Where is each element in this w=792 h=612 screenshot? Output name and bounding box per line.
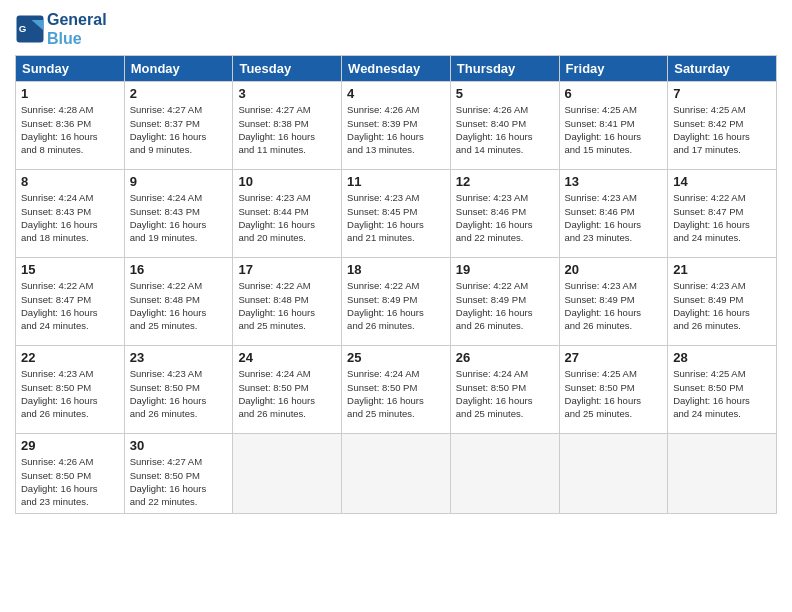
day-info: Sunrise: 4:27 AM Sunset: 8:37 PM Dayligh… (130, 103, 228, 156)
calendar-day-cell: 29Sunrise: 4:26 AM Sunset: 8:50 PM Dayli… (16, 434, 125, 513)
day-number: 23 (130, 350, 228, 365)
day-info: Sunrise: 4:26 AM Sunset: 8:50 PM Dayligh… (21, 455, 119, 508)
day-info: Sunrise: 4:23 AM Sunset: 8:49 PM Dayligh… (673, 279, 771, 332)
logo-text: General Blue (47, 10, 107, 47)
day-info: Sunrise: 4:23 AM Sunset: 8:45 PM Dayligh… (347, 191, 445, 244)
day-number: 10 (238, 174, 336, 189)
day-number: 24 (238, 350, 336, 365)
day-info: Sunrise: 4:22 AM Sunset: 8:48 PM Dayligh… (130, 279, 228, 332)
calendar-day-cell: 19Sunrise: 4:22 AM Sunset: 8:49 PM Dayli… (450, 258, 559, 346)
day-number: 17 (238, 262, 336, 277)
calendar-day-header: Friday (559, 56, 668, 82)
day-info: Sunrise: 4:22 AM Sunset: 8:49 PM Dayligh… (347, 279, 445, 332)
day-info: Sunrise: 4:26 AM Sunset: 8:40 PM Dayligh… (456, 103, 554, 156)
calendar-day-cell: 12Sunrise: 4:23 AM Sunset: 8:46 PM Dayli… (450, 170, 559, 258)
logo-line1: General (47, 11, 107, 28)
day-info: Sunrise: 4:22 AM Sunset: 8:48 PM Dayligh… (238, 279, 336, 332)
day-number: 6 (565, 86, 663, 101)
calendar-day-cell: 8Sunrise: 4:24 AM Sunset: 8:43 PM Daylig… (16, 170, 125, 258)
day-number: 1 (21, 86, 119, 101)
calendar-day-cell: 10Sunrise: 4:23 AM Sunset: 8:44 PM Dayli… (233, 170, 342, 258)
calendar-day-cell: 4Sunrise: 4:26 AM Sunset: 8:39 PM Daylig… (342, 82, 451, 170)
calendar-day-cell: 20Sunrise: 4:23 AM Sunset: 8:49 PM Dayli… (559, 258, 668, 346)
calendar-day-cell: 5Sunrise: 4:26 AM Sunset: 8:40 PM Daylig… (450, 82, 559, 170)
calendar-week-row: 22Sunrise: 4:23 AM Sunset: 8:50 PM Dayli… (16, 346, 777, 434)
day-info: Sunrise: 4:23 AM Sunset: 8:46 PM Dayligh… (565, 191, 663, 244)
calendar-day-cell (450, 434, 559, 513)
calendar-day-cell: 9Sunrise: 4:24 AM Sunset: 8:43 PM Daylig… (124, 170, 233, 258)
calendar-day-cell (233, 434, 342, 513)
calendar-day-cell: 11Sunrise: 4:23 AM Sunset: 8:45 PM Dayli… (342, 170, 451, 258)
day-number: 9 (130, 174, 228, 189)
day-number: 4 (347, 86, 445, 101)
calendar-day-cell: 25Sunrise: 4:24 AM Sunset: 8:50 PM Dayli… (342, 346, 451, 434)
calendar-week-row: 29Sunrise: 4:26 AM Sunset: 8:50 PM Dayli… (16, 434, 777, 513)
calendar-day-cell: 15Sunrise: 4:22 AM Sunset: 8:47 PM Dayli… (16, 258, 125, 346)
day-number: 5 (456, 86, 554, 101)
day-number: 8 (21, 174, 119, 189)
day-number: 28 (673, 350, 771, 365)
day-number: 2 (130, 86, 228, 101)
calendar-day-cell: 14Sunrise: 4:22 AM Sunset: 8:47 PM Dayli… (668, 170, 777, 258)
logo: G General Blue (15, 10, 107, 47)
day-number: 7 (673, 86, 771, 101)
calendar-day-cell: 1Sunrise: 4:28 AM Sunset: 8:36 PM Daylig… (16, 82, 125, 170)
calendar-day-header: Tuesday (233, 56, 342, 82)
day-number: 13 (565, 174, 663, 189)
calendar: SundayMondayTuesdayWednesdayThursdayFrid… (15, 55, 777, 513)
day-info: Sunrise: 4:22 AM Sunset: 8:49 PM Dayligh… (456, 279, 554, 332)
day-number: 18 (347, 262, 445, 277)
day-number: 21 (673, 262, 771, 277)
day-info: Sunrise: 4:23 AM Sunset: 8:49 PM Dayligh… (565, 279, 663, 332)
day-info: Sunrise: 4:24 AM Sunset: 8:50 PM Dayligh… (347, 367, 445, 420)
day-info: Sunrise: 4:25 AM Sunset: 8:42 PM Dayligh… (673, 103, 771, 156)
day-number: 20 (565, 262, 663, 277)
calendar-day-cell: 21Sunrise: 4:23 AM Sunset: 8:49 PM Dayli… (668, 258, 777, 346)
calendar-day-cell: 18Sunrise: 4:22 AM Sunset: 8:49 PM Dayli… (342, 258, 451, 346)
calendar-day-cell: 22Sunrise: 4:23 AM Sunset: 8:50 PM Dayli… (16, 346, 125, 434)
day-info: Sunrise: 4:24 AM Sunset: 8:43 PM Dayligh… (21, 191, 119, 244)
day-number: 3 (238, 86, 336, 101)
day-info: Sunrise: 4:27 AM Sunset: 8:50 PM Dayligh… (130, 455, 228, 508)
calendar-day-cell: 6Sunrise: 4:25 AM Sunset: 8:41 PM Daylig… (559, 82, 668, 170)
header: G General Blue (15, 10, 777, 47)
day-number: 14 (673, 174, 771, 189)
day-info: Sunrise: 4:28 AM Sunset: 8:36 PM Dayligh… (21, 103, 119, 156)
day-info: Sunrise: 4:23 AM Sunset: 8:46 PM Dayligh… (456, 191, 554, 244)
page: G General Blue SundayMondayTuesdayWednes… (0, 0, 792, 612)
calendar-day-cell (559, 434, 668, 513)
logo-icon: G (15, 14, 45, 44)
calendar-week-row: 8Sunrise: 4:24 AM Sunset: 8:43 PM Daylig… (16, 170, 777, 258)
day-info: Sunrise: 4:25 AM Sunset: 8:50 PM Dayligh… (565, 367, 663, 420)
calendar-week-row: 15Sunrise: 4:22 AM Sunset: 8:47 PM Dayli… (16, 258, 777, 346)
day-number: 26 (456, 350, 554, 365)
calendar-day-cell: 7Sunrise: 4:25 AM Sunset: 8:42 PM Daylig… (668, 82, 777, 170)
day-info: Sunrise: 4:25 AM Sunset: 8:50 PM Dayligh… (673, 367, 771, 420)
day-number: 11 (347, 174, 445, 189)
day-number: 16 (130, 262, 228, 277)
day-info: Sunrise: 4:23 AM Sunset: 8:50 PM Dayligh… (130, 367, 228, 420)
day-number: 27 (565, 350, 663, 365)
calendar-day-cell: 24Sunrise: 4:24 AM Sunset: 8:50 PM Dayli… (233, 346, 342, 434)
calendar-day-cell: 27Sunrise: 4:25 AM Sunset: 8:50 PM Dayli… (559, 346, 668, 434)
calendar-day-cell: 16Sunrise: 4:22 AM Sunset: 8:48 PM Dayli… (124, 258, 233, 346)
calendar-day-cell: 28Sunrise: 4:25 AM Sunset: 8:50 PM Dayli… (668, 346, 777, 434)
day-number: 29 (21, 438, 119, 453)
day-number: 25 (347, 350, 445, 365)
calendar-day-cell: 17Sunrise: 4:22 AM Sunset: 8:48 PM Dayli… (233, 258, 342, 346)
calendar-day-cell (342, 434, 451, 513)
day-info: Sunrise: 4:26 AM Sunset: 8:39 PM Dayligh… (347, 103, 445, 156)
svg-text:G: G (19, 23, 27, 34)
day-info: Sunrise: 4:24 AM Sunset: 8:43 PM Dayligh… (130, 191, 228, 244)
calendar-day-header: Saturday (668, 56, 777, 82)
calendar-day-header: Monday (124, 56, 233, 82)
calendar-day-cell: 26Sunrise: 4:24 AM Sunset: 8:50 PM Dayli… (450, 346, 559, 434)
calendar-day-cell: 3Sunrise: 4:27 AM Sunset: 8:38 PM Daylig… (233, 82, 342, 170)
calendar-day-header: Wednesday (342, 56, 451, 82)
calendar-day-cell: 30Sunrise: 4:27 AM Sunset: 8:50 PM Dayli… (124, 434, 233, 513)
calendar-day-cell: 13Sunrise: 4:23 AM Sunset: 8:46 PM Dayli… (559, 170, 668, 258)
day-number: 22 (21, 350, 119, 365)
calendar-header-row: SundayMondayTuesdayWednesdayThursdayFrid… (16, 56, 777, 82)
day-number: 30 (130, 438, 228, 453)
day-info: Sunrise: 4:22 AM Sunset: 8:47 PM Dayligh… (673, 191, 771, 244)
